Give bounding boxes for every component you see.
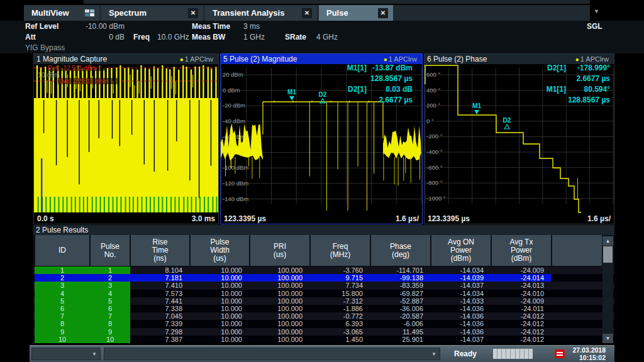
table-cell: 100.000: [250, 282, 310, 289]
table-cell: -3.065: [310, 328, 370, 336]
magnitude-capture-plot: Ref. -12.511 dBmDet. -22.511 dBm-10 dBm: [34, 64, 218, 213]
srate-label: SRate: [285, 33, 306, 41]
table-row[interactable]: 557.44110.000100.000-7.312-52.887-14.033…: [33, 297, 614, 305]
tab-spectrum[interactable]: Spectrum✕: [101, 5, 203, 21]
tab-label: Transient Analysis: [210, 8, 297, 18]
table-cell: 7.441: [130, 297, 190, 305]
tab-transient-analysis[interactable]: Transient Analysis✕: [205, 5, 317, 21]
table-cell: 7.410: [130, 282, 190, 289]
x-axis-scale: 1.6 µs/: [587, 214, 611, 223]
svg-text:-100 dBm: -100 dBm: [223, 164, 248, 171]
column-header[interactable]: Freq (MHz): [311, 235, 370, 266]
table-scrollbar[interactable]: ▲ ▼: [602, 236, 613, 343]
table-cell: 15.800: [310, 290, 370, 297]
ready-status: Ready: [454, 349, 477, 358]
calendar-icon: [555, 349, 565, 358]
table-cell: -14.037: [431, 336, 491, 343]
tab-close-icon[interactable]: ✕: [378, 8, 388, 18]
table-cell: -24.012: [491, 336, 552, 343]
att-value[interactable]: 0 dB: [63, 33, 125, 41]
table-cell: -14.036: [431, 328, 491, 336]
svg-text:-40 dBm: -40 dBm: [223, 118, 245, 124]
status-message-field[interactable]: ▼: [104, 348, 440, 360]
column-header[interactable]: Rise Time (ns): [131, 235, 189, 266]
meas-time-value[interactable]: 3 ms: [243, 22, 260, 31]
ref-level-value[interactable]: -10.00 dBm: [63, 22, 125, 31]
table-row[interactable]: 10107.38710.000100.0001.45025.901-14.037…: [33, 336, 614, 343]
column-header[interactable]: Avg Tx Power (dBm): [492, 235, 551, 266]
table-cell: -14.033: [431, 297, 491, 305]
tab-multiview[interactable]: MultiView: [24, 5, 99, 21]
table-cell: -114.701: [370, 266, 431, 274]
table-cell: 7.387: [130, 336, 190, 343]
tab-close-icon[interactable]: ✕: [302, 8, 312, 18]
svg-text:D2: D2: [503, 117, 511, 124]
column-header[interactable]: Avg ON Power (dBm): [431, 235, 491, 266]
table-cell: -24.009: [491, 266, 552, 274]
column-header-empty: [552, 235, 602, 266]
tab-label: MultiView: [29, 8, 80, 18]
table-row[interactable]: 887.33910.000100.0006.393-6.006-14.036-2…: [33, 320, 614, 327]
trace-indicator: ●1 APClrw: [384, 55, 422, 63]
table-cell: 2: [35, 274, 90, 282]
table-cell: 1: [35, 266, 90, 274]
panel-pulse-magnitude-titlebar[interactable]: 5 Pulse (2) Magnitude ●1 APClrw: [221, 54, 422, 64]
table-cell: -3.760: [310, 266, 370, 274]
srate-value[interactable]: 4 GHz: [316, 33, 338, 41]
table-cell: 9: [35, 328, 90, 336]
tab-overflow-icon[interactable]: ▼: [594, 8, 599, 14]
table-row[interactable]: 227.18110.000100.0009.715-99.138-14.039-…: [33, 274, 614, 282]
table-cell: -0.772: [310, 312, 370, 320]
scrollbar-thumb[interactable]: [603, 246, 613, 263]
window-top-strip: [84, 0, 590, 4]
svg-text:-13.87 dBm: -13.87 dBm: [372, 64, 413, 72]
svg-text:20 dBm: 20 dBm: [223, 71, 243, 78]
table-row[interactable]: 337.41010.000100.0007.734-83.359-14.037-…: [33, 282, 614, 289]
svg-text:-10 dBm: -10 dBm: [36, 72, 60, 79]
svg-text:2.6677 µs: 2.6677 µs: [379, 96, 413, 104]
column-header[interactable]: PRI (us): [250, 235, 309, 266]
status-dropdown-left[interactable]: ▼: [31, 348, 101, 360]
table-titlebar[interactable]: 2 Pulse Results: [33, 225, 614, 235]
column-header[interactable]: Pulse Width (us): [191, 235, 249, 266]
table-cell: 7: [90, 312, 130, 320]
scroll-down-button[interactable]: ▼: [602, 334, 613, 343]
table-row[interactable]: 118.10410.000100.000-3.760-114.701-14.03…: [33, 266, 614, 274]
table-cell: 6: [90, 305, 130, 312]
table-cell: -14.039: [431, 274, 491, 282]
table-row[interactable]: 997.29810.000100.000-3.06511.495-14.036-…: [33, 328, 614, 336]
tab-close-icon[interactable]: ✕: [188, 8, 198, 18]
multiview-grid-icon: [85, 9, 94, 17]
table-row[interactable]: 777.04510.000100.000-0.772-20.587-14.036…: [33, 312, 614, 320]
x-axis-start: 0.0 s: [37, 214, 54, 223]
table-cell: 100.000: [250, 336, 310, 343]
table-header-row: IDPulse No.Rise Time (ns)Pulse Width (us…: [33, 235, 614, 266]
yig-bypass-label: YIG Bypass: [25, 43, 65, 52]
svg-text:400 °: 400 °: [426, 87, 440, 94]
column-header[interactable]: Pulse No.: [91, 235, 130, 266]
table-cell: -24.009: [491, 297, 552, 305]
pulse-phase-axis: 123.3395 µs 1.6 µs/: [425, 213, 614, 224]
table-row[interactable]: 667.33810.000100.000-1.886-36.006-14.036…: [33, 305, 614, 312]
column-header[interactable]: Phase (deg): [371, 235, 430, 266]
x-axis-start: 123.3395 µs: [224, 214, 266, 223]
table-cell: 7.181: [130, 274, 190, 282]
svg-text:D2[1]: D2[1]: [348, 85, 367, 94]
panel-pulse-phase-titlebar[interactable]: 6 Pulse (2) Phase ●1 APClrw: [425, 54, 614, 64]
svg-text:128.8567 µs: 128.8567 µs: [370, 74, 413, 83]
table-row[interactable]: 447.57310.000100.00015.800-69.827-14.034…: [33, 290, 614, 297]
table-cell: 100.000: [250, 274, 310, 282]
panel-title: 5 Pulse (2) Magnitude: [221, 55, 384, 63]
scroll-up-button[interactable]: ▲: [602, 236, 613, 246]
table-cell: -24.010: [491, 290, 552, 297]
meas-bw-value[interactable]: 1 GHz: [243, 33, 265, 41]
panel-magnitude-capture-titlebar[interactable]: 1 Magnitude Capture ●1 APClrw: [34, 54, 218, 64]
column-header[interactable]: ID: [35, 235, 89, 266]
tab-pulse[interactable]: Pulse✕: [319, 5, 393, 21]
freq-value[interactable]: 10.0 GHz: [157, 33, 189, 41]
pulse-magnitude-axis: 123.3395 µs 1.6 µs/: [221, 213, 422, 224]
sgl-indicator: SGL: [587, 22, 602, 31]
table-cell: 2: [90, 274, 130, 282]
table-cell: 11.495: [370, 328, 431, 336]
table-cell: -1.886: [310, 305, 370, 312]
